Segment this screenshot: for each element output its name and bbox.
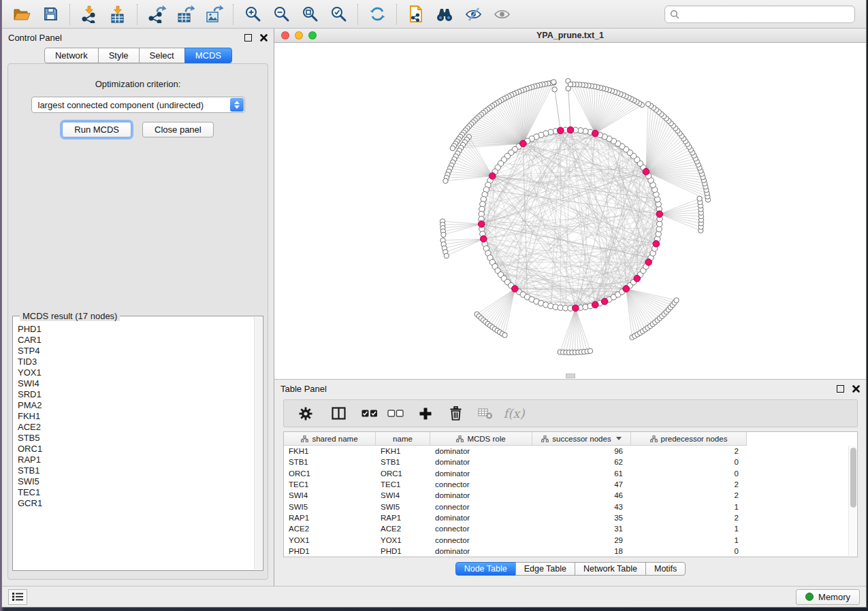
table-row[interactable]: SWI4SWI4dominator462 (284, 490, 848, 501)
close-panel-icon[interactable] (852, 385, 860, 393)
graph-dominator-node[interactable] (558, 127, 564, 134)
graph-node[interactable] (552, 87, 557, 92)
graph-node[interactable] (657, 221, 662, 227)
find-button[interactable] (430, 3, 459, 26)
table-row[interactable]: ORC1ORC1dominator610 (284, 468, 848, 479)
graph-node[interactable] (450, 146, 455, 150)
mcds-result-item[interactable]: CAR1 (14, 335, 254, 346)
graph-node[interactable] (674, 298, 679, 303)
splitter-grip[interactable] (566, 374, 575, 378)
export-network-button[interactable] (142, 3, 171, 26)
mcds-result-item[interactable]: STP4 (14, 346, 254, 357)
mcds-result-item[interactable]: TID3 (14, 357, 254, 367)
graph-dominator-node[interactable] (623, 286, 630, 293)
table-row[interactable]: RAP1RAP1dominator352 (284, 512, 848, 523)
mcds-result-item[interactable]: PMA2 (14, 400, 254, 411)
refresh-button[interactable] (363, 3, 391, 26)
criterion-select[interactable]: largest connected component (undirected) (31, 97, 245, 113)
graph-dominator-node[interactable] (634, 275, 641, 282)
search-input[interactable] (683, 10, 850, 19)
mcds-result-item[interactable]: STB5 (14, 433, 254, 444)
graph-dominator-node[interactable] (601, 298, 608, 305)
table-row[interactable]: STB1STB1dominator620 (284, 457, 848, 467)
table-row[interactable]: ACE2ACE2connector311 (284, 523, 848, 534)
column-header-mcds-role[interactable]: MCDS role (430, 432, 532, 446)
float-panel-icon[interactable] (244, 34, 252, 42)
close-panel-button[interactable]: Close panel (142, 122, 214, 137)
tab-motifs[interactable]: Motifs (645, 562, 686, 576)
table-scrollbar[interactable] (848, 446, 856, 556)
graph-node[interactable] (588, 348, 592, 353)
network-canvas[interactable] (274, 43, 866, 380)
graph-dominator-node[interactable] (520, 140, 527, 147)
table-row[interactable]: YOX1YOX1connector291 (284, 534, 848, 545)
graph-dominator-node[interactable] (643, 169, 649, 176)
hide-selected-button[interactable] (459, 3, 487, 26)
mcds-result-item[interactable]: SRD1 (14, 389, 254, 400)
tab-edge-table[interactable]: Edge Table (515, 562, 575, 576)
close-panel-icon[interactable] (260, 34, 268, 42)
column-header-successor-nodes[interactable]: successor nodes (532, 432, 631, 446)
graph-node[interactable] (441, 232, 446, 237)
graph-dominator-node[interactable] (653, 240, 660, 247)
column-header-shared-name[interactable]: shared name (284, 432, 376, 446)
table-settings-button[interactable] (293, 403, 319, 425)
mcds-result-item[interactable]: ACE2 (14, 422, 254, 433)
table-row[interactable]: PHD1PHD1dominator180 (284, 546, 848, 557)
mcds-result-item[interactable]: GCR1 (14, 498, 254, 509)
graph-node[interactable] (444, 253, 449, 258)
zoom-in-button[interactable] (238, 3, 267, 26)
import-network-button[interactable] (75, 3, 103, 26)
mcds-result-item[interactable]: ORC1 (14, 444, 254, 455)
graph-dominator-node[interactable] (478, 221, 485, 228)
graph-node[interactable] (502, 333, 507, 337)
table-row[interactable]: SWI5SWI5connector431 (284, 501, 848, 512)
tab-select[interactable]: Select (139, 48, 185, 63)
graph-node[interactable] (645, 101, 650, 106)
minimize-window-icon[interactable] (295, 31, 303, 39)
run-mcds-button[interactable]: Run MCDS (62, 122, 131, 137)
mcds-result-item[interactable]: PHD1 (14, 324, 254, 335)
maximize-window-icon[interactable] (308, 31, 317, 39)
mcds-result-item[interactable]: STB1 (14, 465, 254, 476)
tab-network-table[interactable]: Network Table (575, 562, 646, 576)
mcds-result-item[interactable]: SWI5 (14, 476, 254, 487)
mcds-result-item[interactable]: SWI4 (14, 378, 254, 389)
save-session-button[interactable] (36, 3, 65, 26)
network-search-box[interactable] (664, 5, 855, 23)
float-panel-icon[interactable] (837, 385, 844, 393)
zoom-fit-button[interactable] (295, 3, 324, 26)
mcds-result-item[interactable]: RAP1 (14, 455, 254, 465)
mcds-result-item[interactable]: YOX1 (14, 367, 254, 378)
export-table-button[interactable] (171, 3, 199, 26)
tab-network[interactable]: Network (44, 48, 99, 63)
graph-dominator-node[interactable] (480, 235, 487, 242)
delete-column-button[interactable] (443, 403, 468, 425)
export-image-button[interactable] (199, 3, 228, 26)
zoom-selected-button[interactable] (324, 3, 353, 26)
graph-node[interactable] (697, 196, 702, 201)
graph-node[interactable] (551, 80, 556, 84)
mcds-result-item[interactable]: FKH1 (14, 411, 254, 422)
import-table-button[interactable] (103, 3, 132, 26)
function-builder-button[interactable]: f(x) (501, 403, 527, 425)
open-file-button[interactable] (7, 3, 36, 26)
graph-node[interactable] (443, 178, 448, 183)
show-all-button[interactable] (487, 3, 516, 26)
graph-dominator-node[interactable] (512, 286, 519, 293)
split-columns-button[interactable] (325, 403, 351, 425)
graph-dominator-node[interactable] (489, 173, 496, 180)
table-scrollbar-thumb[interactable] (850, 448, 856, 508)
graph-dominator-node[interactable] (592, 130, 598, 137)
graph-dominator-node[interactable] (567, 127, 574, 133)
close-window-icon[interactable] (281, 31, 289, 39)
network-graph[interactable] (274, 43, 863, 379)
share-document-button[interactable] (402, 3, 430, 26)
column-header-predecessor-nodes[interactable]: predecessor nodes (631, 432, 747, 446)
memory-button[interactable]: Memory (796, 589, 860, 605)
mcds-result-item[interactable]: TEC1 (14, 487, 254, 498)
select-all-columns-button[interactable] (357, 403, 383, 425)
graph-dominator-node[interactable] (573, 305, 579, 312)
table-row[interactable]: FKH1FKH1dominator962 (284, 446, 848, 457)
graph-dominator-node[interactable] (645, 259, 652, 266)
